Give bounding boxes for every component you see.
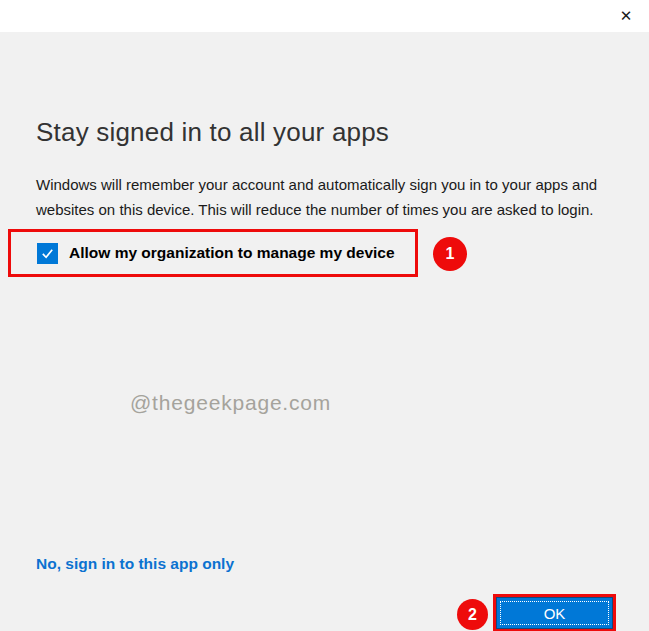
close-button[interactable]: ✕ (610, 3, 642, 29)
description-line-2: websites on this device. This will reduc… (36, 197, 597, 222)
watermark-text: @thegeekpage.com (130, 391, 331, 415)
step-2-badge: 2 (457, 599, 488, 630)
allow-org-manage-checkbox[interactable] (37, 243, 58, 264)
description-line-1: Windows will remember your account and a… (36, 172, 597, 197)
sign-in-dialog-window: ✕ Stay signed in to all your apps Window… (0, 0, 649, 631)
dialog-body: Stay signed in to all your apps Windows … (0, 32, 649, 631)
close-icon: ✕ (620, 7, 633, 25)
step-1-badge: 1 (433, 237, 467, 271)
step-2-number: 2 (468, 606, 477, 624)
step-2-highlight-box: OK (493, 594, 616, 631)
titlebar: ✕ (0, 0, 649, 32)
step-1-number: 1 (446, 245, 455, 263)
dialog-title: Stay signed in to all your apps (36, 117, 389, 148)
check-icon (40, 246, 55, 261)
sign-in-this-app-only-link[interactable]: No, sign in to this app only (36, 555, 234, 573)
ok-button[interactable]: OK (496, 597, 613, 629)
allow-org-manage-label[interactable]: Allow my organization to manage my devic… (69, 244, 395, 262)
dialog-description: Windows will remember your account and a… (36, 172, 597, 222)
step-1-highlight-box: Allow my organization to manage my devic… (8, 229, 418, 277)
